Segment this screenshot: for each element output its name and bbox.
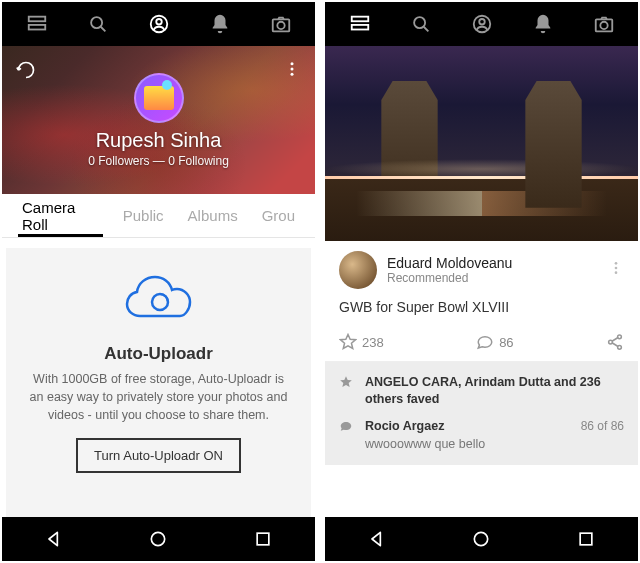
author-name: Eduard Moldoveanu: [387, 255, 598, 271]
svg-rect-15: [351, 25, 368, 30]
svg-point-5: [156, 19, 162, 24]
nav-feed[interactable]: [329, 2, 390, 46]
tab-groups[interactable]: Grou: [250, 194, 307, 237]
activity-section: ANGELO CARA, Arindam Dutta and 236 other…: [325, 362, 638, 465]
fave-button[interactable]: 238: [339, 333, 384, 351]
topbar: [2, 2, 315, 46]
nav-notifications[interactable]: [189, 2, 250, 46]
system-navbar: [2, 517, 315, 561]
feed-screen: Eduard Moldoveanu Recommended GWB for Su…: [325, 2, 638, 561]
svg-point-30: [475, 532, 488, 545]
tab-public[interactable]: Public: [111, 194, 176, 237]
svg-point-21: [600, 22, 607, 29]
svg-rect-0: [28, 17, 45, 22]
svg-rect-14: [351, 17, 368, 22]
tab-camera-roll[interactable]: Camera Roll: [10, 194, 111, 237]
home-button[interactable]: [429, 529, 533, 549]
fave-activity-row[interactable]: ANGELO CARA, Arindam Dutta and 236 other…: [339, 374, 624, 408]
svg-line-17: [423, 27, 428, 32]
cloud-upload-icon: [122, 272, 196, 330]
home-button[interactable]: [106, 529, 210, 549]
fave-activity-text: ANGELO CARA, Arindam Dutta and 236 other…: [365, 375, 601, 406]
post-more-icon[interactable]: [608, 260, 624, 280]
promo-title: Auto-Uploadr: [104, 344, 213, 364]
back-button[interactable]: [325, 529, 429, 549]
follow-stats[interactable]: 0 Followers — 0 Following: [88, 154, 229, 168]
svg-point-2: [91, 17, 102, 28]
nav-profile[interactable]: [128, 2, 189, 46]
engagement-bar: 238 86: [325, 327, 638, 362]
nav-search[interactable]: [67, 2, 128, 46]
recent-apps-button[interactable]: [534, 529, 638, 549]
svg-line-28: [612, 338, 618, 342]
recent-apps-button[interactable]: [211, 529, 315, 549]
svg-point-10: [291, 73, 294, 76]
auto-upload-promo: Auto-Uploadr With 1000GB of free storage…: [6, 248, 311, 517]
nav-camera[interactable]: [250, 2, 311, 46]
svg-point-23: [615, 267, 618, 270]
svg-rect-1: [28, 25, 45, 30]
svg-point-19: [479, 19, 485, 24]
svg-point-22: [615, 262, 618, 265]
system-navbar: [325, 517, 638, 561]
profile-screen: Rupesh Sinha 0 Followers — 0 Following C…: [2, 2, 315, 561]
comment-body: wwooowww que bello: [365, 436, 624, 453]
svg-point-12: [152, 532, 165, 545]
comment-button[interactable]: 86: [476, 333, 513, 351]
svg-point-16: [414, 17, 425, 28]
fave-count: 238: [362, 335, 384, 350]
nav-feed[interactable]: [6, 2, 67, 46]
svg-line-3: [100, 27, 105, 32]
more-icon[interactable]: [283, 60, 301, 82]
comment-pager: 86 of 86: [581, 418, 624, 435]
recommended-label: Recommended: [387, 271, 598, 285]
back-button[interactable]: [2, 529, 106, 549]
topbar: [325, 2, 638, 46]
svg-rect-31: [580, 533, 592, 545]
avatar[interactable]: [134, 73, 184, 123]
refresh-icon[interactable]: [16, 60, 36, 84]
author-avatar[interactable]: [339, 251, 377, 289]
comment-activity-row[interactable]: Rocio Argaez 86 of 86 wwooowww que bello: [339, 418, 624, 453]
post-meta: Eduard Moldoveanu Recommended: [325, 241, 638, 297]
star-icon: [339, 375, 355, 392]
svg-point-9: [291, 68, 294, 71]
promo-description: With 1000GB of free storage, Auto-Upload…: [26, 370, 291, 424]
profile-header: Rupesh Sinha 0 Followers — 0 Following: [2, 46, 315, 194]
nav-notifications[interactable]: [512, 2, 573, 46]
share-button[interactable]: [606, 333, 624, 351]
nav-camera[interactable]: [573, 2, 634, 46]
svg-point-24: [615, 271, 618, 274]
author-block[interactable]: Eduard Moldoveanu Recommended: [387, 255, 598, 285]
commenter-name: Rocio Argaez: [365, 418, 444, 435]
post-image[interactable]: [325, 46, 638, 241]
post-title: GWB for Super Bowl XLVIII: [325, 297, 638, 327]
comment-count: 86: [499, 335, 513, 350]
svg-line-29: [612, 343, 618, 347]
svg-point-8: [291, 62, 294, 65]
nav-search[interactable]: [390, 2, 451, 46]
username: Rupesh Sinha: [96, 129, 222, 152]
comment-icon: [339, 419, 355, 436]
nav-profile[interactable]: [451, 2, 512, 46]
svg-point-7: [277, 22, 284, 29]
profile-tabs: Camera Roll Public Albums Grou: [2, 194, 315, 238]
svg-rect-13: [257, 533, 269, 545]
turn-on-autoupload-button[interactable]: Turn Auto-Uploadr ON: [76, 438, 241, 473]
tab-albums[interactable]: Albums: [176, 194, 250, 237]
